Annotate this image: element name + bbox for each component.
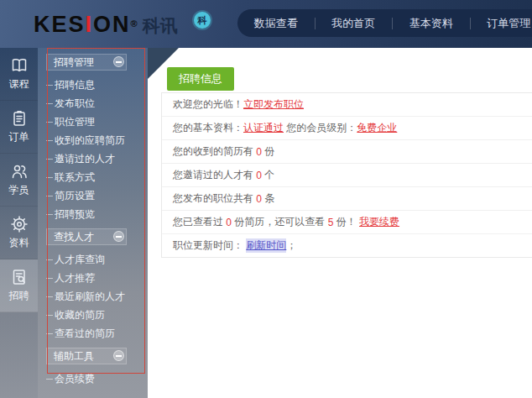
side-menu: 招聘管理招聘信息发布职位职位管理收到的应聘简历邀请过的人才联系方式简历设置招聘预… (38, 48, 148, 398)
rail-item-label: 订单 (9, 130, 29, 144)
info-text: 您发布的职位共有 (173, 191, 256, 206)
refresh-time-link[interactable]: 刷新时间 (246, 238, 286, 253)
info-text: 份！ (333, 215, 359, 229)
menu-item-talent-pool-search[interactable]: 人才库查询 (38, 250, 148, 269)
publish-job-now-link[interactable]: 立即发布职位 (243, 97, 304, 112)
menu-item-received-resumes[interactable]: 收到的应聘简历 (38, 131, 148, 149)
menu-section-items: 人才库查询人才推荐最近刷新的人才收藏的简历查看过的简历 (38, 250, 148, 343)
nav-basic-info[interactable]: 基本资料 (393, 16, 470, 31)
clipboard-icon (10, 109, 29, 128)
screen: KESION®科讯 科 数据查看我的首页基本资料订单管理 课程订单学员资料招聘 … (0, 0, 532, 398)
minus-icon[interactable] (113, 231, 124, 242)
top-nav: 数据查看我的首页基本资料订单管理 (237, 9, 532, 37)
gear-icon (10, 215, 29, 233)
panel-title-button[interactable]: 招聘信息 (167, 67, 234, 91)
rail-item-courses[interactable]: 课程 (0, 48, 38, 101)
menu-item-invited-talents[interactable]: 邀请过的人才 (38, 149, 148, 168)
menu-section-recruit-management[interactable]: 招聘管理 (46, 54, 127, 71)
minus-icon[interactable] (113, 350, 124, 361)
users-icon (10, 162, 29, 181)
rail-item-recruit[interactable]: 招聘 (0, 259, 38, 312)
nav-my-home[interactable]: 我的首页 (316, 16, 393, 31)
menu-item-talent-recommend[interactable]: 人才推荐 (38, 269, 148, 287)
menu-section-title: 查找人才 (47, 230, 94, 244)
info-text: ； (286, 238, 296, 253)
nav-data-view[interactable]: 数据查看 (237, 16, 315, 31)
menu-item-member-renewal[interactable]: 会员续费 (38, 369, 148, 388)
menu-section-title: 辅助工具 (47, 349, 94, 364)
brand-logo: KESION®科讯 (34, 9, 178, 42)
menu-item-resume-settings[interactable]: 简历设置 (38, 186, 148, 205)
info-text: 0 (256, 193, 262, 205)
info-text: 0 (226, 217, 232, 228)
info-row: 您发布的职位共有 0 条 (162, 187, 532, 211)
info-text: 0 (256, 146, 262, 158)
rail-item-orders[interactable]: 订单 (0, 101, 38, 154)
menu-item-viewed-resumes[interactable]: 查看过的简历 (38, 324, 148, 343)
registered-mark-icon: ® (131, 18, 138, 29)
menu-item-job-management[interactable]: 职位管理 (38, 113, 148, 131)
info-row: 职位更新时间： 刷新时间； (162, 234, 532, 257)
info-text: 条 (262, 191, 274, 206)
logo-on: ON (93, 12, 131, 37)
menu-section-title: 招聘管理 (47, 55, 94, 70)
info-text: 您的会员级别： (284, 121, 357, 135)
logo-kes: KES (34, 12, 86, 37)
info-text: 您的收到的简历有 (173, 144, 256, 159)
info-text: 您的基本资料： (173, 121, 243, 135)
info-text: 份简历，还可以查看 (232, 215, 328, 229)
menu-item-recently-refreshed[interactable]: 最近刷新的人才 (38, 287, 148, 306)
renew-membership-link[interactable]: 我要续费 (359, 215, 399, 229)
menu-section-find-talents[interactable]: 查找人才 (46, 228, 127, 245)
info-row: 您的基本资料：认证通过 您的会员级别：免费企业 (162, 117, 532, 140)
rail-item-profile[interactable]: 资料 (0, 207, 38, 259)
logo-i: I (86, 12, 94, 37)
menu-item-publish-job[interactable]: 发布职位 (38, 94, 148, 113)
info-text: 欢迎您的光临！ (173, 97, 243, 112)
rail-item-label: 资料 (9, 236, 29, 250)
doc-search-icon (10, 268, 29, 286)
info-row: 您已查看过 0 份简历，还可以查看 5 份！ 我要续费 (162, 211, 532, 234)
module-rail: 课程订单学员资料招聘 (0, 48, 38, 398)
book-icon (10, 56, 29, 75)
minus-icon[interactable] (113, 56, 124, 67)
member-level-link[interactable]: 免费企业 (357, 121, 397, 135)
info-text: 0 (256, 170, 262, 181)
cert-status-link[interactable]: 认证通过 (243, 121, 284, 135)
brand-badge-icon[interactable]: 科 (194, 12, 211, 29)
rail-item-label: 招聘 (9, 289, 29, 303)
info-text: 5 (328, 217, 334, 228)
info-text: 个 (262, 168, 274, 182)
info-row: 欢迎您的光临！立即发布职位 (162, 93, 532, 117)
menu-section-auxiliary-tools[interactable]: 辅助工具 (46, 348, 127, 364)
info-text: 您已查看过 (173, 215, 226, 229)
menu-item-contact-info[interactable]: 联系方式 (38, 168, 148, 186)
app-header: KESION®科讯 科 数据查看我的首页基本资料订单管理 (0, 0, 532, 48)
info-text: 份 (262, 144, 274, 159)
brand-logo-cn: 科讯 (143, 16, 178, 35)
nav-order-management[interactable]: 订单管理 (471, 16, 532, 31)
menu-item-favorite-resumes[interactable]: 收藏的简历 (38, 306, 148, 324)
rail-item-label: 学员 (9, 183, 29, 197)
brand-logo-text: KESION (34, 12, 131, 37)
info-row: 您邀请过的人才有 0 个 (162, 164, 532, 187)
info-text: 您邀请过的人才有 (173, 168, 256, 182)
info-list: 欢迎您的光临！立即发布职位您的基本资料：认证通过 您的会员级别：免费企业您的收到… (161, 92, 532, 258)
menu-section-items: 会员续费 (38, 369, 148, 388)
rail-item-students[interactable]: 学员 (0, 154, 38, 207)
menu-item-recruit-preview[interactable]: 招聘预览 (38, 205, 148, 223)
info-row: 您的收到的简历有 0 份 (162, 140, 532, 164)
menu-item-recruit-info[interactable]: 招聘信息 (38, 76, 148, 94)
menu-section-items: 招聘信息发布职位职位管理收到的应聘简历邀请过的人才联系方式简历设置招聘预览 (38, 76, 148, 223)
main-content: 招聘信息 欢迎您的光临！立即发布职位您的基本资料：认证通过 您的会员级别：免费企… (148, 48, 532, 398)
rail-item-label: 课程 (9, 77, 29, 92)
info-text: 职位更新时间： (173, 238, 246, 253)
